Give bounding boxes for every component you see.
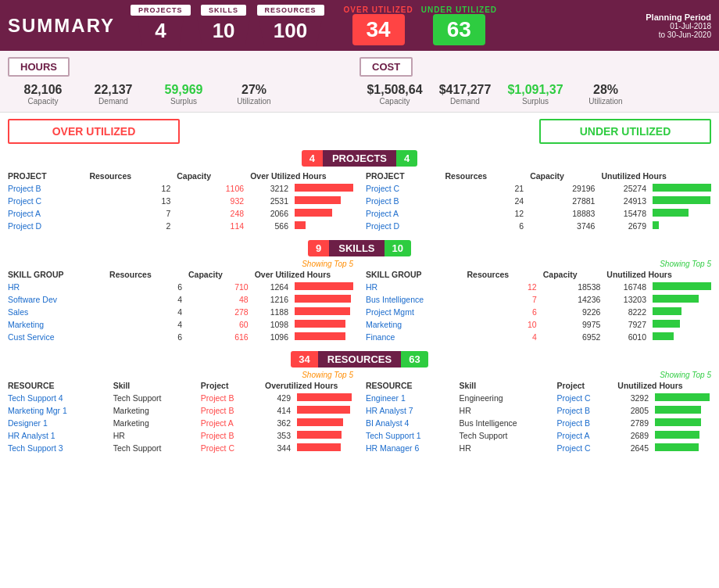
under-utilized-header-value: 63 <box>433 14 485 45</box>
bar-cell <box>649 220 714 232</box>
resources-count: 12 <box>442 207 527 220</box>
skills-left-col: Showing Top 5 SKILL GROUP Resources Capa… <box>5 260 360 343</box>
skill-name: Tech Support <box>456 429 554 442</box>
resources-count: 13 <box>86 195 173 207</box>
resources-center-label: RESOURCES <box>318 351 401 368</box>
skill-group-name[interactable]: Marketing <box>5 318 106 331</box>
resources-count: 21 <box>442 182 527 195</box>
bar-cell <box>292 182 356 195</box>
project-name[interactable]: Project C <box>5 195 86 207</box>
res-right-h3: Project <box>553 379 614 392</box>
hours-value: 414 <box>262 404 294 417</box>
resource-name[interactable]: Marketing Mgr 1 <box>5 404 110 417</box>
hours-value: 1264 <box>252 281 292 293</box>
table-row: HR 6 710 1264 <box>5 281 356 293</box>
hours-value: 25274 <box>598 182 649 195</box>
skill-group-name[interactable]: Bus Intelligence <box>363 293 463 306</box>
table-row: HR Analyst 1 HR Project B 353 <box>5 429 356 442</box>
table-row: Marketing 10 9975 7927 <box>363 318 714 331</box>
project-name[interactable]: Project B <box>5 182 86 195</box>
resources-count: 2 <box>86 220 173 232</box>
project-name[interactable]: Project C <box>553 392 614 404</box>
projects-two-col: PROJECT Resources Capacity Over Utilized… <box>0 170 719 232</box>
project-name[interactable]: Project C <box>363 182 442 195</box>
resource-name[interactable]: HR Analyst 1 <box>5 429 110 442</box>
hours-value: 2066 <box>247 207 292 220</box>
skills-under-count: 10 <box>385 240 411 256</box>
projects-center-label: PROJECTS <box>323 150 396 167</box>
skill-group-name[interactable]: HR <box>5 281 106 293</box>
skill-group-name[interactable]: Marketing <box>363 318 463 331</box>
resource-name[interactable]: BI Analyst 4 <box>363 417 456 429</box>
resource-name[interactable]: Tech Support 4 <box>5 392 110 404</box>
project-name[interactable]: Project A <box>198 417 262 429</box>
hours-value: 6010 <box>603 331 649 343</box>
over-utilized-header-value: 34 <box>352 14 405 45</box>
cost-demand-value: $417,277 <box>439 83 492 97</box>
skills-divider: 9 SKILLS 10 <box>0 240 719 256</box>
resources-count: 6 <box>463 306 539 318</box>
table-row: HR Manager 6 HR Project C 2645 <box>363 442 714 454</box>
project-name[interactable]: Project C <box>553 442 614 454</box>
project-name[interactable]: Project B <box>198 404 262 417</box>
table-row: Project C 21 29196 25274 <box>363 182 714 195</box>
hours-value: 16748 <box>603 281 649 293</box>
project-name[interactable]: Project D <box>5 220 86 232</box>
project-name[interactable]: Project A <box>5 207 86 220</box>
skill-group-name[interactable]: Software Dev <box>5 293 106 306</box>
hours-value: 2689 <box>614 429 652 442</box>
skill-group-name[interactable]: Project Mgmt <box>363 306 463 318</box>
resource-name[interactable]: Tech Support 1 <box>363 429 456 442</box>
bar-cell <box>649 306 714 318</box>
project-name[interactable]: Project B <box>198 429 262 442</box>
capacity-value: 1106 <box>173 182 247 195</box>
project-name[interactable]: Project C <box>198 442 262 454</box>
projects-over-table: PROJECT Resources Capacity Over Utilized… <box>5 170 356 232</box>
capacity-value: 932 <box>173 195 247 207</box>
skills-over-table: SKILL GROUP Resources Capacity Over Util… <box>5 268 356 343</box>
project-name[interactable]: Project D <box>363 220 442 232</box>
project-name[interactable]: Project B <box>363 195 442 207</box>
capacity-value: 710 <box>185 281 252 293</box>
under-utilized-button[interactable]: UNDER UTILIZED <box>539 119 711 144</box>
project-name[interactable]: Project B <box>553 404 614 417</box>
resources-count: 6 <box>442 220 527 232</box>
over-utilized-button[interactable]: OVER UTILIZED <box>8 119 180 144</box>
cost-surplus-value: $1,091,37 <box>507 83 563 97</box>
capacity-value: 14236 <box>540 293 604 306</box>
projects-under-table: PROJECT Resources Capacity Unutilized Ho… <box>363 170 714 232</box>
project-name[interactable]: Project A <box>553 429 614 442</box>
res-left-h3: Project <box>198 379 262 392</box>
skills-badge: SKILLS 10 <box>197 5 251 46</box>
resource-name[interactable]: Designer 1 <box>5 417 110 429</box>
resource-name[interactable]: HR Manager 6 <box>363 442 456 454</box>
resource-name[interactable]: HR Analyst 7 <box>363 404 456 417</box>
project-name[interactable]: Project A <box>363 207 442 220</box>
skill-group-name[interactable]: Finance <box>363 331 463 343</box>
skills-center-label: SKILLS <box>329 240 384 256</box>
table-row: Designer 1 Marketing Project A 362 <box>5 417 356 429</box>
cost-capacity-label: Capacity <box>380 97 410 106</box>
project-name[interactable]: Project B <box>553 417 614 429</box>
resources-right-col: Showing Top 5 RESOURCE Skill Project Unu… <box>360 371 714 454</box>
planning-period-from: 01-Jul-2018 <box>646 22 711 30</box>
resource-name[interactable]: Engineer 1 <box>363 392 456 404</box>
skill-group-name[interactable]: Cust Service <box>5 331 106 343</box>
resources-over-count: 34 <box>291 351 317 368</box>
resources-count: 10 <box>463 318 539 331</box>
capacity-value: 29196 <box>527 182 598 195</box>
hours-value: 2531 <box>247 195 292 207</box>
resources-count: 4 <box>106 306 185 318</box>
bar-cell <box>652 417 714 429</box>
bar-cell <box>292 293 356 306</box>
cost-section: COST $1,508,64 Capacity $417,277 Demand … <box>360 57 711 106</box>
skill-group-name[interactable]: HR <box>363 281 463 293</box>
skills-value: 10 <box>197 16 251 46</box>
capacity-value: 18538 <box>540 281 604 293</box>
skill-group-name[interactable]: Sales <box>5 306 106 318</box>
project-name[interactable]: Project B <box>198 392 262 404</box>
table-row: HR Analyst 7 HR Project B 2805 <box>363 404 714 417</box>
resource-name[interactable]: Tech Support 3 <box>5 442 110 454</box>
bar-cell <box>649 331 714 343</box>
hours-capacity-label: Capacity <box>28 97 59 106</box>
